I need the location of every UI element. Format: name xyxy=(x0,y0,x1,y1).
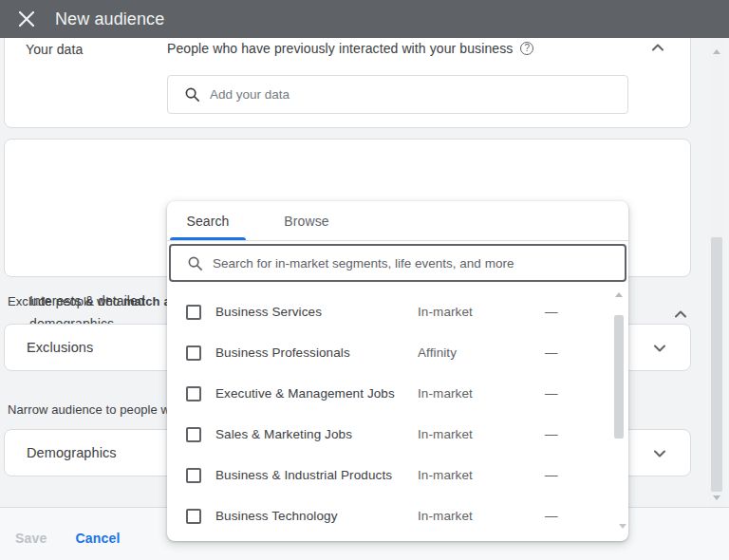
your-data-search-box xyxy=(167,75,628,114)
segment-list-scrollbar[interactable] xyxy=(613,287,625,532)
exclude-note-prefix: Exclude people who xyxy=(8,294,123,308)
tab-search[interactable]: Search xyxy=(170,201,246,240)
scroll-up-icon[interactable] xyxy=(615,292,623,297)
add-your-data-input[interactable] xyxy=(210,87,620,102)
collapse-your-data-chevron-up-icon[interactable] xyxy=(650,40,665,55)
expand-exclusions-chevron-down-icon[interactable] xyxy=(652,341,667,356)
tab-search-label: Search xyxy=(187,214,230,229)
segment-type: In-market xyxy=(418,305,545,319)
new-audience-dialog: New audience Your data People who have p… xyxy=(0,0,729,560)
segment-reach: — xyxy=(545,345,558,360)
help-icon[interactable]: ? xyxy=(520,42,533,55)
search-icon xyxy=(184,86,200,103)
segment-checkbox[interactable] xyxy=(186,305,201,320)
segment-type: In-market xyxy=(418,468,545,482)
your-data-description-row: People who have previously interacted wi… xyxy=(167,41,533,56)
segment-checkbox[interactable] xyxy=(186,427,201,442)
your-data-description: People who have previously interacted wi… xyxy=(167,41,513,56)
dialog-header: New audience xyxy=(0,0,729,38)
list-item[interactable]: Business & Industrial Products In-market… xyxy=(167,455,613,495)
collapse-interests-chevron-up-icon[interactable] xyxy=(673,307,688,322)
close-icon[interactable] xyxy=(18,10,35,28)
demographics-label: Demographics xyxy=(27,445,117,460)
segment-name: Executive & Management Jobs xyxy=(215,386,418,401)
segment-type: In-market xyxy=(418,386,545,401)
scrollbar-thumb[interactable] xyxy=(614,315,624,439)
segment-type: Affinity xyxy=(418,345,545,360)
segment-reach: — xyxy=(545,386,558,401)
segment-search-input[interactable] xyxy=(213,256,617,271)
segment-name: Business Services xyxy=(215,305,418,319)
scroll-down-icon[interactable] xyxy=(713,495,720,500)
segment-picker-panel: Search Browse Business Services In-marke… xyxy=(167,201,628,541)
tab-browse-label: Browse xyxy=(284,214,328,229)
narrow-note: Narrow audience to people wh xyxy=(8,402,177,417)
list-item[interactable]: Business Technology In-market — xyxy=(167,495,613,536)
exclusions-label: Exclusions xyxy=(27,340,93,355)
segment-reach: — xyxy=(545,427,558,441)
list-item[interactable]: Executive & Management Jobs In-market — xyxy=(167,373,613,414)
picker-tabs: Search Browse xyxy=(167,201,628,241)
segment-reach: — xyxy=(545,468,558,482)
segment-name: Business Technology xyxy=(215,509,418,523)
segment-name: Business Professionals xyxy=(215,345,418,360)
segment-reach: — xyxy=(545,305,558,319)
exclude-note: Exclude people who match an xyxy=(8,294,178,308)
your-data-card: Your data People who have previously int… xyxy=(4,25,691,128)
scroll-down-icon[interactable] xyxy=(619,524,626,529)
save-button[interactable]: Save xyxy=(15,531,47,546)
list-item[interactable]: Business Professionals Affinity — xyxy=(167,332,613,373)
segment-type: In-market xyxy=(418,509,545,523)
scrollbar-thumb[interactable] xyxy=(711,237,722,492)
active-tab-indicator xyxy=(170,237,246,240)
scroll-up-icon[interactable] xyxy=(713,49,720,54)
segment-checkbox[interactable] xyxy=(186,345,201,361)
segment-checkbox[interactable] xyxy=(186,468,201,483)
your-data-label: Your data xyxy=(26,42,83,57)
page-scrollbar[interactable] xyxy=(709,38,724,507)
expand-demographics-chevron-down-icon[interactable] xyxy=(652,446,667,461)
dialog-title: New audience xyxy=(55,9,164,29)
segment-type: In-market xyxy=(418,427,545,441)
segment-reach: — xyxy=(545,509,558,523)
list-item[interactable]: Sales & Marketing Jobs In-market — xyxy=(167,414,613,455)
search-icon xyxy=(187,255,203,271)
list-item[interactable]: Business Services In-market — xyxy=(167,291,613,332)
cancel-button[interactable]: Cancel xyxy=(76,531,121,546)
segment-name: Sales & Marketing Jobs xyxy=(215,427,418,441)
segment-list: Business Services In-market — Business P… xyxy=(167,291,613,536)
segment-name: Business & Industrial Products xyxy=(215,468,418,482)
segment-checkbox[interactable] xyxy=(186,509,201,524)
segment-search-box xyxy=(169,244,626,282)
segment-checkbox[interactable] xyxy=(186,386,201,401)
tab-browse[interactable]: Browse xyxy=(267,201,346,240)
